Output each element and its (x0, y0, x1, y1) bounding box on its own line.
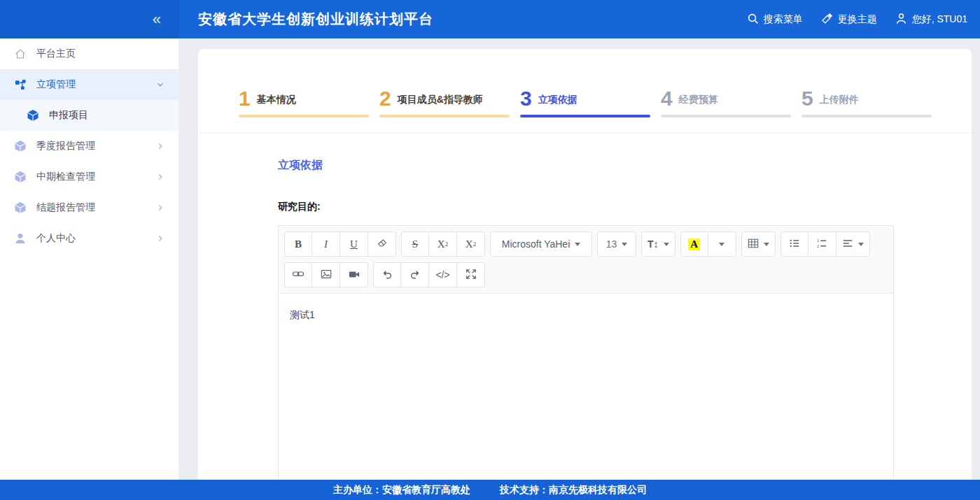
sitemap-icon (14, 78, 27, 91)
insert-image-button[interactable] (312, 262, 340, 287)
sidebar-item-project-management[interactable]: 立项管理 (0, 69, 178, 100)
change-theme-label: 更换主题 (838, 13, 877, 26)
font-family-dropdown[interactable]: Microsoft YaHei (490, 231, 592, 257)
step-number: 2 (379, 88, 391, 109)
step-underline (379, 115, 510, 117)
svg-text:1: 1 (817, 238, 819, 243)
toolbar-row-1: B I U S X2 X2 Microsoft YaH (283, 230, 889, 261)
sidebar-nav: 平台主页 立项管理 申报项目 季度报告管理 中期检查管理 结题报告管理 (0, 38, 179, 480)
step-3-project-basis[interactable]: 3立项依据 (520, 88, 661, 132)
caret-down-icon (664, 243, 669, 246)
chevron-down-icon (156, 80, 164, 89)
paragraph-align-dropdown[interactable] (836, 231, 870, 257)
undo-icon (382, 269, 393, 282)
underline-button[interactable]: U (340, 231, 368, 257)
rich-text-editor: B I U S X2 X2 Microsoft YaH (278, 225, 894, 480)
insert-table-dropdown[interactable] (741, 231, 776, 257)
person-icon (14, 232, 27, 245)
step-label: 经费预算 (679, 94, 718, 106)
editor-toolbar: B I U S X2 X2 Microsoft YaH (279, 226, 893, 294)
table-icon (748, 238, 759, 251)
sidebar-item-final-report[interactable]: 结题报告管理 (0, 192, 178, 223)
user-icon (895, 13, 907, 27)
sidebar-item-declare-project[interactable]: 申报项目 (0, 100, 178, 131)
step-number: 3 (520, 88, 532, 109)
table-group (741, 231, 776, 257)
undo-button[interactable] (373, 262, 401, 287)
user-greeting: 您好, STU01 (912, 13, 967, 26)
step-label: 上传附件 (820, 94, 859, 106)
font-size-dropdown[interactable]: 13 (597, 231, 636, 257)
step-underline (239, 115, 369, 117)
sidebar-item-label: 季度报告管理 (36, 140, 156, 152)
caret-down-icon (575, 243, 580, 246)
toolbar-row-2: </> (283, 261, 889, 292)
font-family-group: Microsoft YaHei (490, 231, 592, 257)
subscript-button[interactable]: X2 (457, 231, 485, 257)
step-5-attachments[interactable]: 5上传附件 (802, 88, 942, 132)
sidebar-item-label: 立项管理 (36, 78, 156, 91)
step-wizard: 1基本情况 2项目成员&指导教师 3立项依据 4经费预算 5上传附件 (198, 49, 972, 133)
image-icon (321, 269, 332, 282)
font-color-button[interactable]: A (680, 231, 708, 257)
cube-icon (27, 109, 39, 122)
sidebar-item-label: 结题报告管理 (36, 201, 156, 214)
step-label: 立项依据 (538, 94, 578, 106)
caret-down-icon (719, 243, 724, 246)
cube-icon (14, 201, 27, 214)
chevron-right-icon (156, 173, 164, 181)
eraser-icon (377, 238, 388, 251)
cube-icon (14, 140, 27, 152)
step-underline (802, 115, 932, 117)
bold-button[interactable]: B (284, 231, 312, 257)
insert-video-button[interactable] (340, 262, 368, 287)
svg-text:2: 2 (817, 243, 819, 248)
search-menu-button[interactable]: 搜索菜单 (747, 13, 803, 27)
font-color-dropdown[interactable] (708, 231, 736, 257)
step-label: 项目成员&指导教师 (398, 94, 483, 106)
top-header: « 安徽省大学生创新创业训练计划平台 搜索菜单 更换主题 您好, STU01 (0, 0, 980, 38)
fullscreen-button[interactable] (457, 262, 485, 287)
search-menu-label: 搜索菜单 (764, 13, 803, 26)
sidebar-item-quarterly-report[interactable]: 季度报告管理 (0, 131, 178, 162)
code-view-button[interactable]: </> (429, 262, 457, 287)
superscript-button[interactable]: X2 (429, 231, 457, 257)
ordered-list-button[interactable]: 12 (808, 231, 836, 257)
main-area: 1基本情况 2项目成员&指导教师 3立项依据 4经费预算 5上传附件 (179, 38, 980, 480)
sidebar-item-platform-home[interactable]: 平台主页 (0, 38, 178, 69)
step-underline (520, 115, 650, 117)
step-number: 1 (239, 88, 251, 109)
sidebar-item-personal-center[interactable]: 个人中心 (0, 223, 178, 254)
sidebar-item-midterm-check[interactable]: 中期检查管理 (0, 162, 178, 192)
misc-group: </> (373, 262, 485, 287)
strikethrough-button[interactable]: S (401, 231, 429, 257)
sidebar-item-label: 申报项目 (49, 109, 164, 122)
editor-content-area[interactable]: 测试1 (279, 294, 893, 480)
unordered-list-button[interactable] (780, 231, 808, 257)
home-icon (14, 48, 27, 60)
line-height-group: T↕ (641, 231, 676, 257)
line-height-dropdown[interactable]: T↕ (641, 231, 676, 257)
caret-down-icon (622, 243, 627, 246)
header-actions: 搜索菜单 更换主题 您好, STU01 (747, 13, 980, 27)
chevron-right-icon (156, 203, 164, 212)
step-underline (661, 115, 791, 117)
step-number: 5 (802, 88, 813, 109)
step-4-budget[interactable]: 4经费预算 (661, 88, 802, 132)
theme-brush-icon (821, 13, 833, 27)
wizard-card: 1基本情况 2项目成员&指导教师 3立项依据 4经费预算 5上传附件 (198, 49, 972, 480)
user-menu-button[interactable]: 您好, STU01 (895, 13, 967, 27)
step-2-members-teachers[interactable]: 2项目成员&指导教师 (379, 88, 520, 132)
search-icon (747, 13, 759, 27)
redo-button[interactable] (401, 262, 429, 287)
list-ol-icon: 12 (816, 238, 827, 251)
italic-button[interactable]: I (312, 231, 340, 257)
clear-format-button[interactable] (368, 231, 396, 257)
insert-link-button[interactable] (284, 262, 312, 287)
sidebar-collapse-icon[interactable]: « (153, 12, 161, 27)
step-1-basic-info[interactable]: 1基本情况 (239, 88, 379, 132)
step-label: 基本情况 (257, 94, 296, 106)
list-ul-icon (789, 238, 800, 251)
script-group: S X2 X2 (401, 231, 485, 257)
change-theme-button[interactable]: 更换主题 (821, 13, 877, 27)
